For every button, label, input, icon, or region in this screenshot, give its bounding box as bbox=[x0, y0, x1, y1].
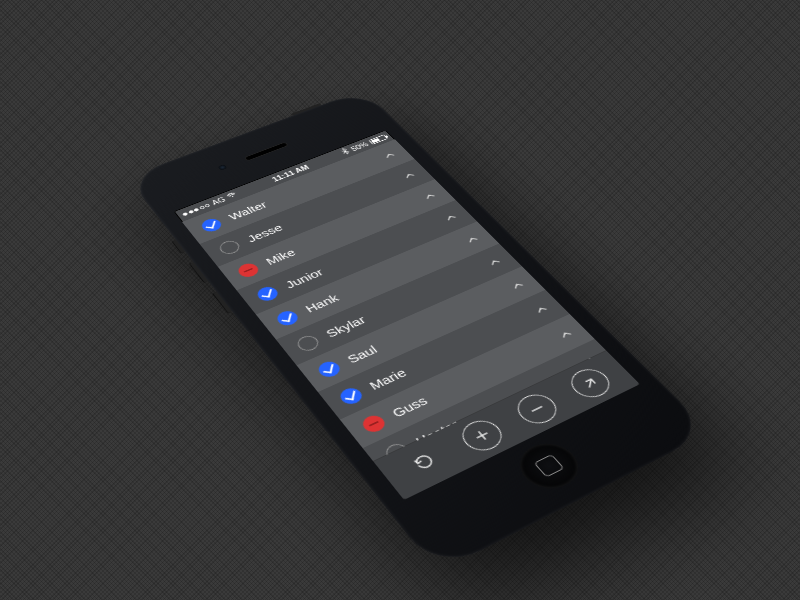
svg-line-1 bbox=[479, 432, 485, 439]
empty-circle-icon[interactable] bbox=[294, 333, 322, 353]
svg-line-3 bbox=[532, 407, 541, 411]
chevron-up-icon[interactable] bbox=[419, 189, 440, 202]
empty-circle-icon[interactable] bbox=[216, 238, 242, 256]
svg-point-0 bbox=[232, 196, 234, 197]
contact-name: Hector bbox=[412, 417, 462, 448]
list-item[interactable]: Marie bbox=[318, 290, 570, 420]
checkmark-icon[interactable] bbox=[336, 385, 365, 407]
iphone5-body: AG 11:11 AM 50% bbox=[127, 89, 711, 572]
chevron-up-icon[interactable] bbox=[440, 210, 461, 224]
contact-name: Skylar bbox=[323, 313, 368, 339]
chevron-up-icon[interactable] bbox=[484, 255, 506, 270]
checkmark-icon[interactable] bbox=[315, 359, 344, 380]
contact-name: Saul bbox=[344, 343, 380, 366]
empty-circle-icon[interactable] bbox=[382, 441, 412, 464]
front-camera bbox=[218, 164, 228, 170]
chevron-up-icon[interactable] bbox=[530, 301, 553, 316]
power-button bbox=[291, 103, 322, 116]
minus-icon bbox=[524, 399, 551, 419]
chevron-up-icon[interactable] bbox=[379, 149, 399, 162]
contact-name: Hank bbox=[302, 292, 341, 315]
bottom-toolbar bbox=[374, 351, 640, 500]
chevron-up-icon[interactable] bbox=[461, 232, 482, 246]
wifi-icon bbox=[225, 191, 239, 200]
remove-button[interactable] bbox=[510, 389, 564, 428]
plus-icon bbox=[468, 425, 495, 445]
arrow-up-right-icon bbox=[577, 374, 604, 393]
home-button[interactable] bbox=[509, 436, 590, 497]
battery-fill bbox=[371, 138, 380, 143]
screen: AG 11:11 AM 50% bbox=[174, 130, 640, 500]
contact-name: Guss bbox=[389, 394, 430, 420]
undo-button[interactable] bbox=[398, 442, 453, 484]
add-button[interactable] bbox=[455, 415, 509, 456]
earpiece bbox=[245, 143, 287, 161]
list-item[interactable]: Hector bbox=[363, 339, 621, 478]
checkmark-icon[interactable] bbox=[198, 216, 224, 233]
minus-icon[interactable] bbox=[359, 412, 389, 434]
svg-line-2 bbox=[477, 433, 486, 438]
undo-icon bbox=[412, 452, 439, 473]
list-item[interactable]: Guss bbox=[340, 314, 595, 448]
chevron-up-icon[interactable] bbox=[506, 278, 528, 293]
forward-button[interactable] bbox=[564, 364, 617, 402]
checkmark-icon[interactable] bbox=[254, 284, 281, 303]
chevron-up-icon[interactable] bbox=[554, 326, 577, 342]
chevron-up-icon[interactable] bbox=[579, 351, 602, 368]
contact-name: Mike bbox=[263, 247, 298, 267]
minus-icon[interactable] bbox=[235, 261, 262, 279]
contact-name: Marie bbox=[366, 366, 409, 392]
phone-mockup: AG 11:11 AM 50% bbox=[127, 89, 711, 572]
bluetooth-icon bbox=[339, 147, 352, 156]
checkmark-icon[interactable] bbox=[273, 308, 301, 328]
svg-line-4 bbox=[585, 379, 596, 387]
chevron-up-icon[interactable] bbox=[399, 169, 419, 182]
